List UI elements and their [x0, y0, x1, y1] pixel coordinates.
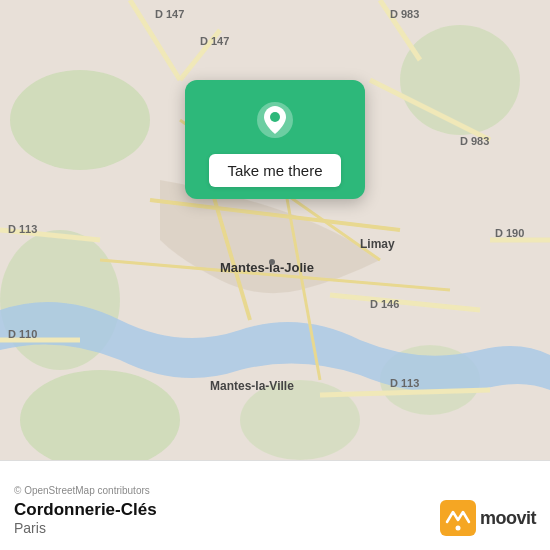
svg-text:D 147: D 147 — [155, 8, 184, 20]
svg-text:D 146: D 146 — [370, 298, 399, 310]
svg-point-35 — [270, 112, 280, 122]
location-card: Take me there — [185, 80, 365, 199]
svg-text:Mantes-la-Ville: Mantes-la-Ville — [210, 379, 294, 393]
svg-point-1 — [10, 70, 150, 170]
location-pin-icon — [253, 98, 297, 142]
bottom-content: Cordonnerie-Clés Paris moovit — [14, 500, 536, 550]
map-area[interactable]: D 147 D 983 D 983 D 113 D 190 D 146 D 11… — [0, 0, 550, 460]
moovit-logo[interactable]: moovit — [440, 500, 536, 536]
svg-text:Mantes-la-Jolie: Mantes-la-Jolie — [220, 260, 314, 275]
bottom-bar: © OpenStreetMap contributors Cordonnerie… — [0, 460, 550, 550]
svg-text:D 190: D 190 — [495, 227, 524, 239]
place-city: Paris — [14, 520, 157, 536]
svg-text:D 110: D 110 — [8, 328, 37, 340]
place-name: Cordonnerie-Clés — [14, 500, 157, 520]
map-attribution: © OpenStreetMap contributors — [14, 479, 536, 500]
moovit-text: moovit — [480, 508, 536, 529]
svg-text:D 113: D 113 — [8, 223, 37, 235]
svg-text:Limay: Limay — [360, 237, 395, 251]
svg-point-37 — [455, 526, 460, 531]
svg-point-3 — [400, 25, 520, 135]
svg-text:D 113: D 113 — [390, 377, 419, 389]
svg-text:D 983: D 983 — [390, 8, 419, 20]
take-me-there-button[interactable]: Take me there — [209, 154, 340, 187]
moovit-icon — [440, 500, 476, 536]
svg-text:D 147: D 147 — [200, 35, 229, 47]
place-info: Cordonnerie-Clés Paris — [14, 500, 157, 536]
svg-text:D 983: D 983 — [460, 135, 489, 147]
svg-point-33 — [269, 259, 275, 265]
